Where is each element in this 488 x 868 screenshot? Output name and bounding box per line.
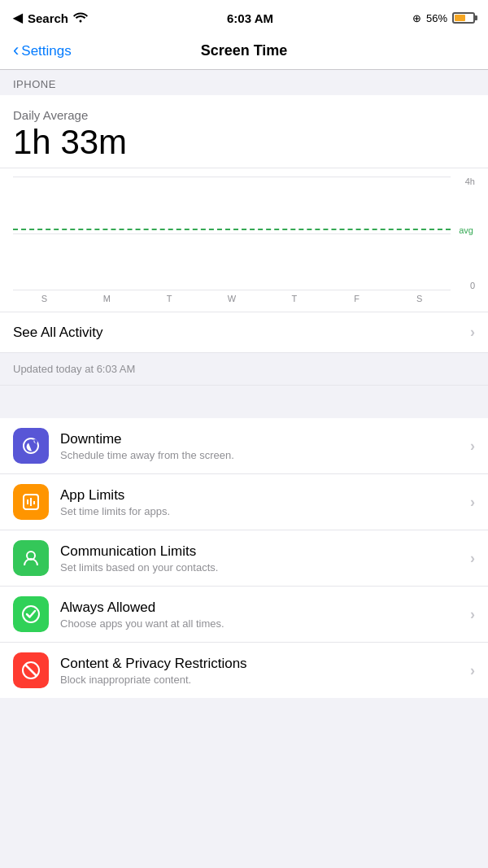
see-all-activity-row[interactable]: See All Activity › [0,312,488,353]
x-axis: S M T W T F S [13,290,451,307]
back-chevron-icon: ‹ [13,41,19,59]
back-button[interactable]: ‹ Settings [13,42,72,59]
app-limits-chevron-icon: › [470,494,475,511]
x-label-f: F [325,294,388,303]
nav-bar: ‹ Settings Screen Time [0,36,488,70]
status-time: 6:03 AM [227,11,273,25]
y-label-0: 0 [470,281,475,290]
content-privacy-subtitle: Block inappropriate content. [60,674,470,686]
content-privacy-texts: Content & Privacy Restrictions Block ina… [60,656,470,686]
updated-notice: Updated today at 6:03 AM [0,353,488,386]
daily-average-value: 1h 33m [13,124,475,161]
back-label: Settings [21,43,71,59]
page-title: Screen Time [201,42,288,59]
downtime-icon-wrap [13,428,49,464]
always-allowed-texts: Always Allowed Choose apps you want at a… [60,600,470,630]
rotation-lock-icon: ⊕ [412,12,421,24]
always-allowed-title: Always Allowed [60,600,470,616]
always-allowed-icon-wrap [13,596,49,632]
x-label-m: M [76,294,138,303]
x-label-t1: T [138,294,201,303]
content-privacy-icon [20,660,41,681]
always-allowed-subtitle: Choose apps you want at all times. [60,617,470,630]
content-privacy-chevron-icon: › [470,662,475,679]
chart-area: avg [13,177,475,307]
spacer [0,386,488,402]
daily-average-section: Daily Average 1h 33m [0,95,488,168]
section-header-iphone: IPHONE [0,70,488,95]
downtime-row[interactable]: Downtime Schedule time away from the scr… [0,418,488,474]
y-label-4h: 4h [465,177,475,186]
status-bar: ◀ Search 6:03 AM ⊕ 56% [0,0,488,36]
communication-limits-row[interactable]: Communication Limits Set limits based on… [0,530,488,587]
communication-limits-title: Communication Limits [60,543,470,560]
x-label-t2: T [263,294,325,303]
x-label-w: W [201,294,264,303]
chevron-right-icon: › [470,324,475,341]
communication-icon [20,547,41,569]
downtime-subtitle: Schedule time away from the screen. [60,449,470,461]
downtime-texts: Downtime Schedule time away from the scr… [60,431,470,461]
content-privacy-icon-wrap [13,652,49,688]
downtime-chevron-icon: › [470,438,475,455]
battery-icon [452,12,475,24]
status-right: ⊕ 56% [412,12,475,24]
always-allowed-row[interactable]: Always Allowed Choose apps you want at a… [0,587,488,643]
daily-average-label: Daily Average [13,108,475,122]
wifi-icon [73,11,88,25]
app-limits-texts: App Limits Set time limits for apps. [60,487,470,517]
always-allowed-chevron-icon: › [470,606,475,623]
see-all-activity-label: See All Activity [13,325,470,341]
app-limits-icon [20,491,41,513]
app-limits-row[interactable]: App Limits Set time limits for apps. › [0,474,488,530]
communication-limits-texts: Communication Limits Set limits based on… [60,543,470,574]
bars-row [13,177,451,290]
content-privacy-title: Content & Privacy Restrictions [60,656,470,672]
x-label-s1: S [13,294,76,303]
communication-icon-wrap [13,540,49,576]
battery-percent: 56% [426,12,447,24]
chart-bars-area: avg [13,177,451,307]
communication-limits-chevron-icon: › [470,550,475,567]
app-limits-title: App Limits [60,487,470,504]
x-label-s2: S [388,294,451,303]
always-allowed-icon [20,604,41,625]
usage-chart: avg [0,168,488,312]
communication-limits-subtitle: Set limits based on your contacts. [60,561,470,574]
chart-y-labels: 4h 0 [451,177,475,290]
downtime-icon [21,436,41,456]
daily-average-card: Daily Average 1h 33m avg [0,95,488,312]
status-carrier: ◀ Search [13,11,88,25]
svg-point-0 [33,439,37,444]
svg-line-6 [26,665,36,675]
back-arrow-icon: ◀ [13,11,23,25]
app-limits-icon-wrap [13,484,49,520]
app-limits-subtitle: Set time limits for apps. [60,505,470,517]
content-privacy-row[interactable]: Content & Privacy Restrictions Block ina… [0,643,488,698]
settings-section: Downtime Schedule time away from the scr… [0,418,488,698]
downtime-title: Downtime [60,431,470,447]
